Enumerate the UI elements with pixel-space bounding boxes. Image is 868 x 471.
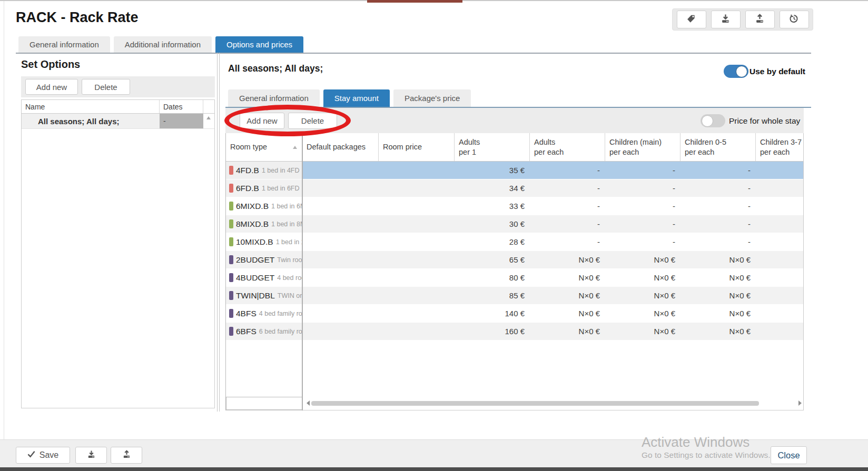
cell-adults-per-each[interactable]: N×0 € bbox=[530, 287, 605, 304]
room-type-cell[interactable]: 6MIXD.B1 bed in 6M bbox=[226, 197, 302, 215]
column-header-adults[interactable]: Adultsper 1 bbox=[455, 133, 530, 161]
cell-children-3-7-per-each[interactable] bbox=[756, 323, 803, 340]
column-header-children-3-7[interactable]: Children 3-7per each bbox=[756, 133, 803, 161]
cell-adults-per-each[interactable]: - bbox=[530, 162, 605, 179]
subtab-stay-amount[interactable]: Stay amount bbox=[323, 89, 390, 107]
cell-adults-per-1[interactable]: 33 € bbox=[455, 197, 530, 215]
cell-children-3-7-per-each[interactable] bbox=[756, 251, 803, 268]
cell-children-main-per-each[interactable]: - bbox=[605, 179, 680, 197]
cell-adults-per-each[interactable]: - bbox=[530, 233, 605, 250]
cell-room-price[interactable] bbox=[379, 215, 455, 233]
column-header-children-main[interactable]: Children (main)per each bbox=[605, 133, 680, 161]
footer-upload-button[interactable] bbox=[111, 447, 142, 464]
cell-adults-per-each[interactable]: - bbox=[530, 179, 605, 197]
cell-adults-per-1[interactable]: 160 € bbox=[455, 323, 530, 340]
cell-default-packages[interactable] bbox=[302, 233, 379, 250]
set-options-delete-button[interactable]: Delete bbox=[82, 79, 130, 95]
cell-children-0-5-per-each[interactable]: N×0 € bbox=[680, 323, 756, 340]
cell-children-3-7-per-each[interactable] bbox=[756, 269, 803, 286]
cell-adults-per-each[interactable]: N×0 € bbox=[530, 269, 605, 286]
cell-children-main-per-each[interactable]: - bbox=[605, 215, 680, 233]
cell-children-0-5-per-each[interactable]: N×0 € bbox=[680, 305, 756, 322]
cell-children-3-7-per-each[interactable] bbox=[756, 233, 803, 250]
cell-room-price[interactable] bbox=[379, 287, 455, 304]
cell-default-packages[interactable] bbox=[302, 269, 379, 286]
column-header-room-price[interactable]: Room price bbox=[379, 133, 455, 161]
scroll-right-arrow-icon[interactable] bbox=[798, 400, 802, 406]
cell-adults-per-1[interactable]: 140 € bbox=[455, 305, 530, 322]
footer-download-button[interactable] bbox=[75, 447, 107, 464]
subtab-package-s-price[interactable]: Package's price bbox=[393, 89, 471, 107]
cell-adults-per-1[interactable]: 34 € bbox=[455, 179, 530, 197]
scrollbar-thumb[interactable] bbox=[311, 401, 759, 406]
room-type-cell[interactable]: TWIN|DBLTWIN or bbox=[226, 287, 302, 304]
cell-children-main-per-each[interactable]: N×0 € bbox=[605, 305, 680, 322]
cell-children-main-per-each[interactable]: N×0 € bbox=[605, 269, 680, 286]
cell-children-0-5-per-each[interactable]: - bbox=[680, 179, 756, 197]
cell-adults-per-1[interactable]: 80 € bbox=[455, 269, 530, 286]
set-option-dates-cell[interactable]: - bbox=[160, 114, 203, 128]
tab-additional-information[interactable]: Additional information bbox=[114, 36, 212, 53]
cell-room-price[interactable] bbox=[379, 251, 455, 268]
table-row-2budget[interactable]: 2BUDGETTwin room65 €N×0 €N×0 €N×0 € bbox=[226, 251, 803, 269]
table-row-4budget[interactable]: 4BUDGET4 bed roo80 €N×0 €N×0 €N×0 € bbox=[226, 269, 803, 287]
table-row-4fd-b[interactable]: 4FD.B1 bed in 4FD35 €--- bbox=[226, 162, 803, 179]
room-type-cell[interactable]: 10MIXD.B1 bed in 1 bbox=[226, 233, 302, 250]
cell-children-0-5-per-each[interactable]: - bbox=[680, 162, 756, 179]
table-row-6mixd-b[interactable]: 6MIXD.B1 bed in 6M33 €--- bbox=[226, 197, 803, 215]
use-by-default-toggle[interactable] bbox=[724, 65, 748, 78]
cell-room-price[interactable] bbox=[379, 305, 455, 322]
column-header-dates[interactable]: Dates bbox=[160, 100, 203, 113]
cell-children-0-5-per-each[interactable]: N×0 € bbox=[680, 287, 756, 304]
cell-children-main-per-each[interactable]: - bbox=[605, 197, 680, 215]
cell-default-packages[interactable] bbox=[302, 323, 379, 340]
download-button[interactable] bbox=[711, 11, 741, 28]
room-type-cell[interactable]: 8MIXD.B1 bed in 8M bbox=[226, 215, 302, 233]
history-button[interactable] bbox=[780, 11, 809, 28]
cell-room-price[interactable] bbox=[379, 323, 455, 340]
cell-room-price[interactable] bbox=[379, 179, 455, 197]
table-row-10mixd-b[interactable]: 10MIXD.B1 bed in 128 €--- bbox=[226, 233, 803, 251]
cell-default-packages[interactable] bbox=[302, 251, 379, 268]
room-type-cell[interactable]: 4BUDGET4 bed roo bbox=[226, 269, 302, 286]
cell-children-3-7-per-each[interactable] bbox=[756, 162, 803, 179]
room-type-cell[interactable]: 4FD.B1 bed in 4FD bbox=[226, 162, 302, 179]
cell-children-0-5-per-each[interactable]: - bbox=[680, 215, 756, 233]
table-row-twin-dbl[interactable]: TWIN|DBLTWIN or85 €N×0 €N×0 €N×0 € bbox=[226, 287, 803, 305]
price-whole-stay-toggle[interactable] bbox=[701, 114, 725, 127]
column-header-default-packages[interactable]: Default packages bbox=[302, 133, 379, 161]
column-header-name[interactable]: Name bbox=[22, 100, 160, 113]
cell-adults-per-each[interactable]: N×0 € bbox=[530, 251, 605, 268]
cell-default-packages[interactable] bbox=[302, 179, 379, 197]
cell-children-0-5-per-each[interactable]: N×0 € bbox=[680, 269, 756, 286]
cell-children-main-per-each[interactable]: - bbox=[605, 162, 680, 179]
cell-adults-per-1[interactable]: 65 € bbox=[455, 251, 530, 268]
room-type-cell[interactable]: 2BUDGETTwin room bbox=[226, 251, 302, 268]
cell-room-price[interactable] bbox=[379, 197, 455, 215]
cell-room-price[interactable] bbox=[379, 233, 455, 250]
cell-room-price[interactable] bbox=[379, 269, 455, 286]
cell-children-3-7-per-each[interactable] bbox=[756, 179, 803, 197]
cell-children-0-5-per-each[interactable]: N×0 € bbox=[680, 251, 756, 268]
cell-room-price[interactable] bbox=[379, 162, 455, 179]
upload-button[interactable] bbox=[745, 11, 775, 28]
cell-adults-per-each[interactable]: N×0 € bbox=[530, 305, 605, 322]
cell-children-3-7-per-each[interactable] bbox=[756, 287, 803, 304]
cell-adults-per-1[interactable]: 35 € bbox=[455, 162, 530, 179]
cell-children-main-per-each[interactable]: N×0 € bbox=[605, 251, 680, 268]
cell-children-main-per-each[interactable]: - bbox=[605, 233, 680, 250]
cell-adults-per-1[interactable]: 85 € bbox=[455, 287, 530, 304]
column-header-adults[interactable]: Adultsper each bbox=[530, 133, 605, 161]
close-button[interactable]: Close bbox=[771, 446, 807, 464]
cell-children-3-7-per-each[interactable] bbox=[756, 215, 803, 233]
cell-adults-per-each[interactable]: - bbox=[530, 215, 605, 233]
cell-children-main-per-each[interactable]: N×0 € bbox=[605, 323, 680, 340]
stay-amount-add-new-button[interactable]: Add new bbox=[240, 113, 284, 129]
cell-children-3-7-per-each[interactable] bbox=[756, 197, 803, 215]
cell-default-packages[interactable] bbox=[302, 197, 379, 215]
scroll-up-arrow-icon[interactable] bbox=[203, 114, 213, 128]
set-options-row[interactable]: All seasons; All days;- bbox=[22, 114, 214, 129]
cell-adults-per-each[interactable]: - bbox=[530, 197, 605, 215]
cell-children-3-7-per-each[interactable] bbox=[756, 305, 803, 322]
set-option-name-cell[interactable]: All seasons; All days; bbox=[22, 114, 160, 128]
